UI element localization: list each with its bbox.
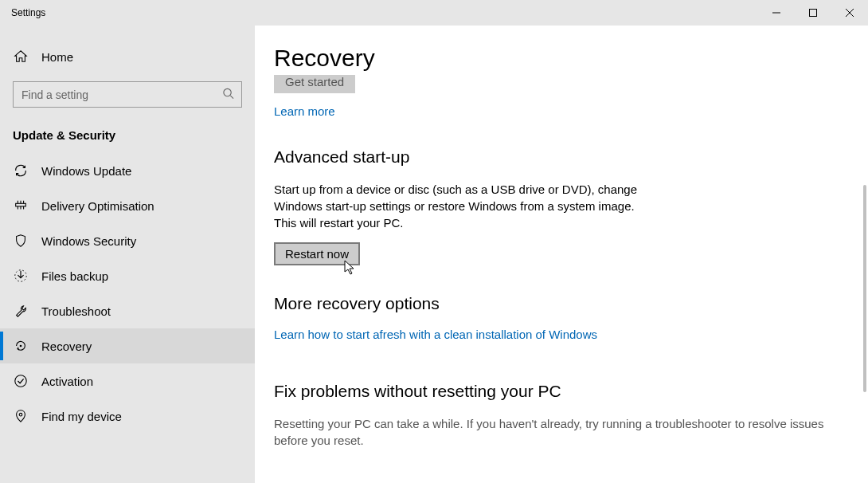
wrench-icon <box>13 304 29 318</box>
sidebar-item-files-backup[interactable]: Files backup <box>0 258 255 293</box>
minimize-icon <box>772 9 780 17</box>
section-advanced-startup: Advanced start-up Start up from a device… <box>274 147 836 265</box>
category-header: Update & Security <box>0 128 255 142</box>
restart-now-button[interactable]: Restart now <box>274 242 360 265</box>
section-title: More recovery options <box>274 294 836 313</box>
page-title: Recovery <box>274 45 836 72</box>
sidebar-item-windows-update[interactable]: Windows Update <box>0 153 255 188</box>
svg-rect-6 <box>16 203 26 206</box>
sidebar-item-activation[interactable]: Activation <box>0 363 255 399</box>
section-description: Start up from a device or disc (such as … <box>274 181 640 231</box>
search-icon <box>222 87 234 102</box>
sidebar-item-label: Find my device <box>41 410 122 423</box>
sidebar-item-delivery-optimisation[interactable]: Delivery Optimisation <box>0 188 255 223</box>
sidebar-item-label: Delivery Optimisation <box>41 199 154 213</box>
sidebar-item-label: Windows Update <box>41 164 131 178</box>
backup-icon <box>13 269 29 283</box>
svg-point-4 <box>224 88 231 96</box>
scrollbar-thumb[interactable] <box>863 185 866 392</box>
nav-list: Windows Update Delivery Optimisation Win… <box>0 153 255 434</box>
close-button[interactable] <box>831 0 868 26</box>
sidebar-item-recovery[interactable]: Recovery <box>0 328 255 363</box>
sidebar-item-label: Recovery <box>41 340 92 353</box>
svg-rect-1 <box>810 10 817 17</box>
minimize-button[interactable] <box>758 0 795 26</box>
sidebar-item-label: Activation <box>41 375 93 388</box>
clean-install-link[interactable]: Learn how to start afresh with a clean i… <box>274 328 597 341</box>
svg-point-16 <box>19 413 22 416</box>
delivery-icon <box>13 198 29 213</box>
section-fix-problems: Fix problems without resetting your PC R… <box>274 382 836 449</box>
main-content: Recovery Get started Learn more Advanced… <box>255 26 868 483</box>
section-more-recovery: More recovery options Learn how to start… <box>274 294 836 342</box>
section-title: Advanced start-up <box>274 147 836 167</box>
recovery-icon <box>13 339 29 353</box>
maximize-icon <box>809 9 817 17</box>
sidebar-item-find-my-device[interactable]: Find my device <box>0 399 255 434</box>
location-icon <box>13 409 29 423</box>
sidebar: Home Update & Security Windows Update De… <box>0 26 255 483</box>
home-icon <box>13 49 29 64</box>
sidebar-item-windows-security[interactable]: Windows Security <box>0 223 255 258</box>
home-label: Home <box>41 50 73 64</box>
maximize-button[interactable] <box>795 0 831 26</box>
sidebar-item-label: Windows Security <box>41 234 136 248</box>
search-input[interactable] <box>13 81 242 108</box>
shield-icon <box>13 234 29 248</box>
check-icon <box>13 374 29 388</box>
sidebar-item-label: Files backup <box>41 269 108 283</box>
sidebar-item-label: Troubleshoot <box>41 304 111 318</box>
svg-point-14 <box>20 345 22 348</box>
svg-line-5 <box>230 95 233 98</box>
sidebar-item-troubleshoot[interactable]: Troubleshoot <box>0 293 255 328</box>
window-controls <box>758 0 868 26</box>
svg-point-15 <box>15 375 26 387</box>
search-box <box>13 81 242 108</box>
home-nav[interactable]: Home <box>0 41 255 72</box>
section-title: Fix problems without resetting your PC <box>274 382 836 401</box>
close-icon <box>846 9 854 17</box>
titlebar: Settings <box>0 0 868 26</box>
section-description: Resetting your PC can take a while. If y… <box>274 415 831 449</box>
window-title: Settings <box>11 7 45 18</box>
sync-icon <box>13 163 29 178</box>
learn-more-link[interactable]: Learn more <box>274 104 335 118</box>
get-started-button-partial[interactable]: Get started <box>274 75 355 93</box>
